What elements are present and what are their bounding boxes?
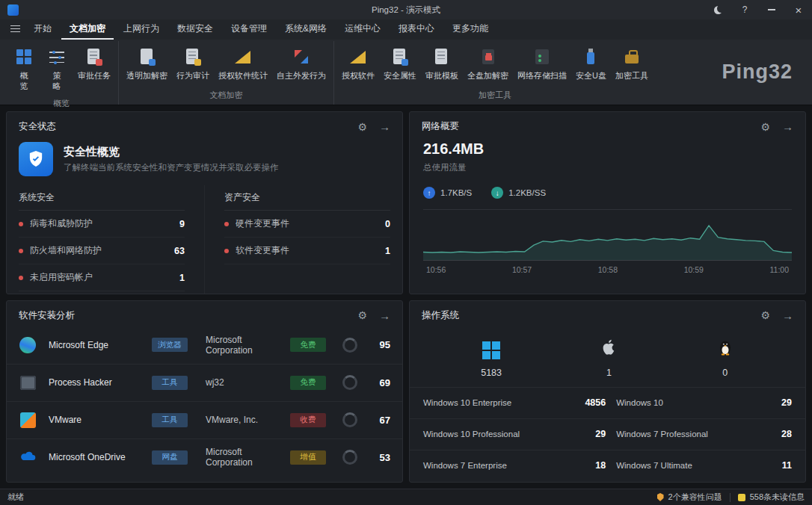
list-item[interactable]: 防火墙和网络防护 63 <box>19 238 185 264</box>
ribbon-button-label: 行为审计 <box>176 70 209 81</box>
ribbon-button-network-storage-scan[interactable]: 网络存储扫描 <box>513 41 571 84</box>
apple-platform: 1 <box>599 337 618 378</box>
list-item[interactable]: 未启用密码帐户 1 <box>19 264 185 291</box>
ribbon-button-policy[interactable]: 策略 <box>40 41 73 95</box>
list-item[interactable]: 软件变更事件 1 <box>224 238 390 264</box>
ribbon-group-encryption-tools: 授权软件 安全属性 审批模板 全盘加解密 网络存储扫描 安全U盘 <box>334 41 656 105</box>
tab-data-security[interactable]: 数据安全 <box>169 19 221 40</box>
card-title: 安全状态 <box>19 120 56 133</box>
ribbon-button-encryption-tools[interactable]: 加密工具 <box>611 41 653 84</box>
network-summary-card: 网络概要 ⚙ → 216.4MB 总使用流量 ↑ 1.7KB/S ↓ 1.2KB… <box>409 111 806 294</box>
process-hacker-app-icon <box>19 374 37 391</box>
table-row[interactable]: Windows 10 Professional 29 Windows 7 Pro… <box>410 418 805 450</box>
gear-icon[interactable]: ⚙ <box>760 309 770 321</box>
os-version-table: Windows 10 Enterprise 4856 Windows 10 29… <box>410 387 805 481</box>
tab-ops-center[interactable]: 运维中心 <box>336 19 389 40</box>
gear-icon[interactable]: ⚙ <box>760 121 770 133</box>
dashboard-grid-icon <box>14 47 34 66</box>
ribbon-group-doc-encryption: 透明加解密 行为审计 授权软件统计 自主外发行为 文档加密 <box>119 41 334 105</box>
status-ready-label: 就绪 <box>7 492 24 503</box>
ribbon-button-approval-tasks[interactable]: 审批任务 <box>73 41 115 84</box>
software-name: Process Hacker <box>49 377 144 388</box>
arrow-right-icon[interactable]: → <box>379 309 390 322</box>
tab-doc-encryption[interactable]: 文档加密 <box>61 19 114 40</box>
security-overview-title: 安全性概览 <box>64 145 279 159</box>
statusbar: 就绪 2个兼容性问题 558条未读信息 <box>0 489 812 505</box>
ribbon-button-overview[interactable]: 概览 <box>7 41 40 95</box>
license-badge: 免费 <box>290 376 326 390</box>
tab-more-features[interactable]: 更多功能 <box>444 19 496 40</box>
arrow-right-icon[interactable]: → <box>782 120 793 133</box>
upload-speed: ↑ 1.7KB/S <box>423 187 472 199</box>
time-tick: 10:57 <box>512 265 532 274</box>
window-controls: ? × <box>712 4 805 16</box>
software-row[interactable]: Process Hacker 工具 wj32 免费 69 <box>7 364 402 401</box>
close-button[interactable]: × <box>793 4 805 16</box>
unread-messages-label: 558条未读信息 <box>750 492 805 503</box>
category-badge: 工具 <box>152 413 188 427</box>
os-version-label: Windows 7 Ultimate <box>616 461 751 470</box>
item-label: 未启用密码帐户 <box>30 271 93 284</box>
arrow-right-icon[interactable]: → <box>782 309 793 322</box>
minimize-button[interactable] <box>766 4 778 16</box>
item-label: 硬件变更事件 <box>236 217 289 230</box>
software-row[interactable]: Microsoft OneDrive 网盘 Microsoft Corporat… <box>7 439 402 476</box>
tab-start[interactable]: 开始 <box>25 19 60 40</box>
network-total-usage: 216.4MB <box>423 140 792 158</box>
score-gauge-icon <box>342 412 357 427</box>
item-value: 63 <box>174 246 185 256</box>
tab-web-behavior[interactable]: 上网行为 <box>115 19 167 40</box>
unread-messages[interactable]: 558条未读信息 <box>738 492 805 503</box>
ribbon-logo: Ping32 <box>722 61 793 84</box>
ribbon-button-full-disk-encryption[interactable]: 全盘加解密 <box>463 41 513 84</box>
help-button[interactable]: ? <box>739 4 751 16</box>
ribbon-button-transparent-encryption[interactable]: 透明加解密 <box>122 41 172 84</box>
item-value: 9 <box>179 219 185 229</box>
card-title: 网络概要 <box>422 120 459 133</box>
ribbon-button-behavior-audit[interactable]: 行为审计 <box>172 41 214 84</box>
category-badge: 浏览器 <box>152 338 188 352</box>
shield-check-icon <box>19 142 53 176</box>
windows-platform: 5183 <box>481 341 502 378</box>
behavior-audit-doc-icon <box>183 47 203 66</box>
list-item[interactable]: 硬件变更事件 0 <box>224 211 390 238</box>
approval-tasks-doc-icon <box>84 47 104 66</box>
table-row[interactable]: Windows 10 Enterprise 4856 Windows 10 29 <box>410 387 805 418</box>
ribbon-button-label: 安全U盘 <box>576 70 606 81</box>
software-row[interactable]: VMware 工具 VMware, Inc. 收费 67 <box>7 401 402 439</box>
list-item[interactable]: 病毒和威胁防护 9 <box>19 211 185 238</box>
software-vendor: Microsoft Corporation <box>206 335 283 356</box>
os-version-label: Windows 7 Enterprise <box>423 461 552 470</box>
os-version-count: 28 <box>762 429 792 439</box>
ribbon-button-approval-template[interactable]: 审批模板 <box>421 41 463 84</box>
item-label: 软件变更事件 <box>236 244 289 257</box>
tab-device-management[interactable]: 设备管理 <box>223 19 275 40</box>
theme-toggle-button[interactable] <box>712 4 724 16</box>
gear-icon[interactable]: ⚙ <box>357 309 367 321</box>
minimize-icon <box>768 9 775 10</box>
asset-security-section: 资产安全 硬件变更事件 0 软件变更事件 1 <box>204 185 390 294</box>
arrow-right-icon[interactable]: → <box>379 120 390 133</box>
software-vendor: Microsoft Corporation <box>206 447 283 468</box>
tab-system-network[interactable]: 系统&网络 <box>277 19 335 40</box>
ribbon-button-licensed-software-stats[interactable]: 授权软件统计 <box>214 41 272 84</box>
gear-icon[interactable]: ⚙ <box>357 121 367 133</box>
security-attributes-doc-icon <box>390 47 410 66</box>
security-overview-hero: 安全性概览 了解终端当前系统安全性和资产变更情况并采取必要操作 <box>7 137 402 185</box>
file-menu-button[interactable] <box>6 20 24 38</box>
software-row[interactable]: Microsoft Edge 浏览器 Microsoft Corporation… <box>7 326 402 364</box>
compatibility-issues-label: 2个兼容性问题 <box>668 492 722 503</box>
ribbon-button-licensed-software[interactable]: 授权软件 <box>337 41 379 84</box>
score-gauge-icon <box>342 375 357 390</box>
ribbon-group-label: 加密工具 <box>337 87 653 105</box>
ribbon-button-secure-usb[interactable]: 安全U盘 <box>571 41 611 84</box>
table-row[interactable]: Windows 7 Enterprise 18 Windows 7 Ultima… <box>410 450 805 481</box>
os-version-label: Windows 7 Professional <box>616 430 751 439</box>
ribbon-button-security-attributes[interactable]: 安全属性 <box>379 41 421 84</box>
ribbon-button-label: 全盘加解密 <box>467 70 508 81</box>
compatibility-issues[interactable]: 2个兼容性问题 <box>657 492 722 503</box>
ribbon-button-self-outgoing[interactable]: 自主外发行为 <box>272 41 330 84</box>
tab-report-center[interactable]: 报表中心 <box>390 19 443 40</box>
license-badge: 免费 <box>290 338 326 352</box>
unread-messages-icon <box>738 494 745 501</box>
